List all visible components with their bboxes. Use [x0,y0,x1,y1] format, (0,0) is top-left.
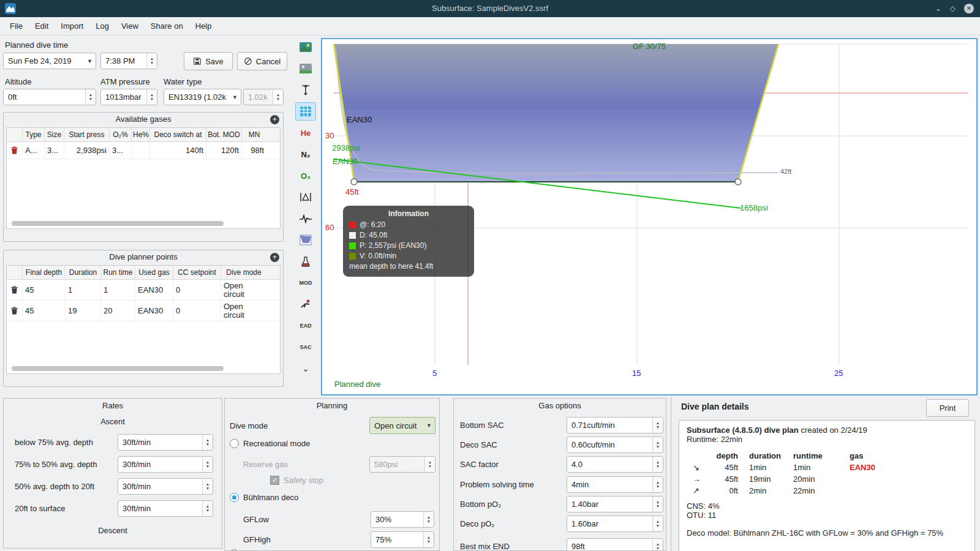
rate-label: 20ft to surface [15,504,65,513]
menu-view[interactable]: View [115,18,145,34]
save-button[interactable]: Save [184,52,233,70]
show-photos-icon[interactable] [295,38,316,56]
print-button[interactable]: Print [926,399,969,417]
add-gas-button[interactable]: + [270,115,279,124]
tissue-flask-icon[interactable] [295,252,316,271]
best-mix-end-spinner[interactable]: 98ft ▲▼ [567,538,663,551]
deco-po2-label: Deco pO₂ [460,519,494,528]
dive-date-combo[interactable]: Sun Feb 24, 2019 ▼ [3,53,96,69]
ceiling-toggle-icon[interactable] [295,188,316,206]
depth-tick-60: 60 [325,223,334,232]
profile-handle[interactable] [351,179,357,185]
toolbar-more-chevron-icon[interactable]: ⌄ [295,359,316,378]
menu-log[interactable]: Log [89,18,115,34]
menu-import[interactable]: Import [55,18,89,34]
ead-toggle-icon[interactable]: EAD [295,317,316,335]
dive-plan-details-panel: Dive plan details Print Subsurface (4.8.… [674,397,978,551]
spinner-arrows-icon[interactable]: ▲▼ [202,479,213,494]
water-type-combo[interactable]: EN13319 (1.02k ▼ [164,89,241,105]
descent-header: Descent [4,526,222,535]
reserve-gas-spinner[interactable]: 580psi ▲▼ [369,456,435,473]
spinner-arrows-icon[interactable]: ▲▼ [652,477,663,492]
bottom-po2-spinner[interactable]: 1.40bar ▲▼ [567,496,663,512]
gases-table[interactable]: Type Size Start press O₂% He% Deco switc… [6,127,281,229]
spinner-arrows-icon[interactable]: ▲▼ [652,418,663,433]
delete-point-icon[interactable] [10,306,19,315]
maximize-icon[interactable]: ◇ [950,5,956,12]
spinner-arrows-icon[interactable]: ▲▼ [652,539,663,551]
menu-file[interactable]: File [4,18,29,34]
menu-edit[interactable]: Edit [29,18,55,34]
gas-row[interactable]: A... 3... 2,938psi 3... 140ft 120ft 98ft [7,142,280,159]
delete-gas-icon[interactable] [10,146,19,155]
cancel-button[interactable]: Cancel [237,52,287,70]
toggle-o2-icon[interactable]: O₂ [295,167,316,185]
gflow-label: GFLow [243,515,269,524]
minimize-icon[interactable]: ⌄ [935,5,941,12]
points-table[interactable]: Final depth Duration Run time Used gas C… [6,265,281,374]
problem-time-spinner[interactable]: 4min ▲▼ [567,476,663,493]
sac-factor-spinner[interactable]: 4.0 ▲▼ [567,456,663,473]
sac-toggle-icon[interactable]: SAC [295,338,316,356]
pressure-swatch-icon [349,242,356,249]
toggle-he-icon[interactable]: He [295,124,316,142]
safety-stop-checkbox[interactable]: ✓ Safety stop [270,476,323,485]
spinner-arrows-icon[interactable]: ▲▼ [202,457,213,472]
spinner-arrows-icon[interactable]: ▲▼ [423,532,434,547]
menu-share-on[interactable]: Share on [145,18,189,34]
gfhigh-spinner[interactable]: 75% ▲▼ [371,531,434,548]
close-icon[interactable]: ✕ [964,4,974,13]
altitude-label: Altitude [5,77,31,86]
rate-spinner-75to50[interactable]: 30ft/min ▲▼ [118,456,213,473]
bottom-sac-label: Bottom SAC [460,421,504,430]
dive-mode-label: Dive mode [230,421,268,430]
altitude-spinner[interactable]: 0ft ▲▼ [3,89,96,105]
plan-title: Subsurface (4.8.5.0) dive plan [687,425,799,435]
panel-splitter[interactable] [671,397,671,551]
spinner-arrows-icon[interactable]: ▲▼ [652,437,663,452]
menu-help[interactable]: Help [189,18,218,34]
spinner-arrows-icon[interactable]: ▲▼ [652,516,663,531]
recreational-mode-radio[interactable]: Recreational mode [230,439,310,448]
dive-profile-chart[interactable]: GF 30/75 30 60 5 15 25 Planned dive EAN3… [321,38,978,395]
mod-toggle-icon[interactable]: MOD [295,274,316,292]
spinner-arrows-icon[interactable]: ▲▼ [423,512,434,527]
add-point-button[interactable]: + [270,253,279,262]
spinner-arrows-icon[interactable]: ▲▼ [146,53,157,69]
hide-photos-icon[interactable] [295,59,316,78]
gflow-spinner[interactable]: 30% ▲▼ [371,511,434,528]
buhlmann-deco-radio[interactable]: Bühlmann deco [230,493,298,502]
heart-rate-icon[interactable] [295,209,316,228]
deco-sac-spinner[interactable]: 0.60cuft/min ▲▼ [567,437,663,453]
dive-time-spinner[interactable]: 7:38 PM ▲▼ [100,53,157,69]
plan-table-row: → 45ft 19min 20min [693,473,967,485]
profile-handle[interactable] [735,179,741,185]
deco-po2-spinner[interactable]: 1.60bar ▲▼ [567,515,663,532]
plan-table-icon[interactable] [295,102,316,121]
gases-hscrollbar[interactable] [12,221,224,226]
spinner-arrows-icon[interactable]: ▲▼ [202,435,213,450]
delete-point-icon[interactable] [10,285,19,294]
save-floppy-icon [193,57,202,66]
planner-point-row[interactable]: 45 1 1 EAN30 0 Open circuit [7,280,280,301]
rate-spinner-50to20[interactable]: 30ft/min ▲▼ [118,478,213,495]
title-bar[interactable]: Subsurface: SampleDivesV2.ssrf ⌄ ◇ ✕ [0,0,980,17]
water-density-spinner[interactable]: 1.02k ▲▼ [243,89,284,105]
rate-spinner-below75[interactable]: 30ft/min ▲▼ [118,434,213,451]
scale-toggle-icon[interactable] [295,81,316,99]
spinner-arrows-icon[interactable]: ▲▼ [85,89,96,105]
planner-point-row[interactable]: 45 19 20 EAN30 0 Open circuit [7,301,280,321]
spinner-arrows-icon[interactable]: ▲▼ [652,497,663,512]
spinner-arrows-icon[interactable]: ▲▼ [202,501,213,516]
points-hscrollbar[interactable] [12,366,224,371]
profile-ruler-icon[interactable] [295,231,316,249]
rate-spinner-surface[interactable]: 30ft/min ▲▼ [118,500,213,517]
bottom-sac-spinner[interactable]: 0.71cuft/min ▲▼ [567,417,663,433]
spinner-arrows-icon[interactable]: ▲▼ [652,457,663,472]
atm-pressure-spinner[interactable]: 1013mbar ▲▼ [100,89,157,105]
diver-toggle-icon[interactable] [295,295,316,313]
toggle-n2-icon[interactable]: N₂ [295,145,316,163]
spinner-arrows-icon[interactable]: ▲▼ [146,89,157,105]
window-title: Subsurface: SampleDivesV2.ssrf [0,0,980,17]
dive-mode-combo[interactable]: Open circuit ▼ [369,417,435,434]
